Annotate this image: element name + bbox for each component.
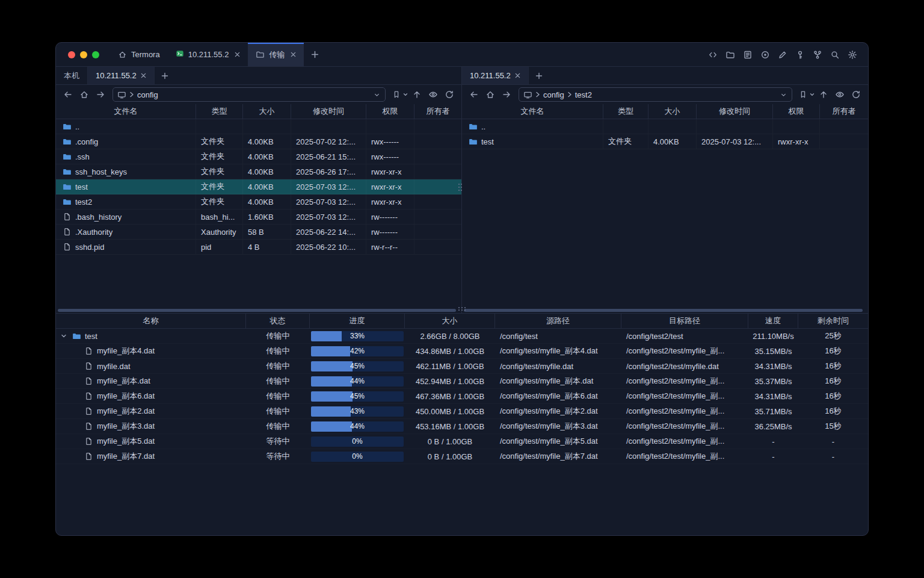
horizontal-scrollbar[interactable] [464,309,863,312]
transfer-row[interactable]: myfile_副本6.dat 传输中 45% 467.36MB / 1.00GB… [56,389,868,404]
chevron-down-icon[interactable] [373,91,381,99]
pane-splitter-handle[interactable] [458,182,463,194]
pane-tab-host[interactable]: 10.211.55.2 [88,67,155,84]
log-icon[interactable] [741,48,755,62]
close-icon[interactable] [291,52,296,57]
file-row[interactable]: .. [462,119,868,134]
transfer-row[interactable]: myfile.dat 传输中 45% 462.11MB / 1.00GB /co… [56,359,868,374]
breadcrumb-item[interactable]: config [137,90,158,99]
pane-tab-local[interactable]: 本机 [56,67,88,84]
back-icon[interactable] [467,87,481,102]
file-modified-time: 2025-06-26 17:... [291,164,366,179]
settings-icon[interactable] [845,48,860,62]
code-icon[interactable] [706,48,720,62]
tab-transfer[interactable]: 传输 [248,43,304,66]
bookmark-dropdown-icon[interactable] [810,92,815,97]
show-hidden-eye-icon[interactable] [833,87,847,102]
up-directory-icon[interactable] [410,87,424,102]
column-header[interactable]: 进度 [310,314,405,328]
transfer-row[interactable]: myfile_副本7.dat 等待中 0% 0 B / 1.00GB /conf… [56,449,868,464]
file-permissions: rwxr-xr-x [366,164,414,179]
bookmark-icon[interactable] [390,87,402,102]
file-row[interactable]: test 文件夹 4.00KB 2025-07-03 12:... rwxr-x… [462,134,868,149]
column-header[interactable]: 大小 [243,104,291,119]
horizontal-scrollbar[interactable] [58,309,456,312]
left-breadcrumb[interactable]: config [112,87,386,102]
new-pane-tab-button[interactable] [529,67,549,84]
file-type-icon [62,167,72,176]
home-icon[interactable] [77,87,91,102]
column-header[interactable]: 修改时间 [697,104,773,119]
forward-icon[interactable] [499,87,514,102]
breadcrumb-item[interactable]: test2 [575,90,592,99]
file-size: 4.00KB [648,134,697,149]
transfer-row[interactable]: test 传输中 33% 2.66GB / 8.00GB /config/tes… [56,329,868,344]
forward-icon[interactable] [93,87,108,102]
transfer-splitter-handle[interactable] [457,304,467,313]
close-window-button[interactable] [68,51,75,58]
transfer-row[interactable]: myfile_副本3.dat 传输中 44% 453.16MB / 1.00GB… [56,419,868,434]
expand-chevron-icon[interactable] [60,333,68,339]
up-directory-icon[interactable] [816,87,831,102]
file-row[interactable]: .bash_history bash_hi... 1.60KB 2025-07-… [56,210,461,225]
edit-icon[interactable] [775,48,790,62]
transfer-row[interactable]: myfile_副本5.dat 等待中 0% 0 B / 1.00GB /conf… [56,434,868,449]
refresh-icon[interactable] [849,87,863,102]
column-header[interactable]: 文件名 [462,104,603,119]
column-header[interactable]: 文件名 [56,104,196,119]
column-header[interactable]: 速度 [748,314,798,328]
left-pane-tabs: 本机 10.211.55.2 [56,67,461,85]
column-header[interactable]: 类型 [603,104,648,119]
column-header[interactable]: 目标路径 [621,314,748,328]
transfer-row[interactable]: myfile_副本.dat 传输中 44% 452.94MB / 1.00GB … [56,374,868,389]
show-hidden-eye-icon[interactable] [426,87,440,102]
transfer-eta: 16秒 [798,374,868,388]
file-row[interactable]: sshd.pid pid 4 B 2025-06-22 10:... rw-r-… [56,240,461,255]
folder-icon[interactable] [723,48,738,62]
minimize-window-button[interactable] [80,51,87,58]
pane-tab-host[interactable]: 10.211.55.2 [462,67,529,84]
back-icon[interactable] [61,87,75,102]
file-row[interactable]: .config 文件夹 4.00KB 2025-07-02 12:... rwx… [56,134,461,149]
close-icon[interactable] [515,73,520,78]
record-icon[interactable] [758,48,772,62]
bookmark-dropdown-icon[interactable] [403,92,408,97]
new-tab-button[interactable] [304,43,326,66]
transfer-row[interactable]: myfile_副本4.dat 传输中 42% 434.86MB / 1.00GB… [56,344,868,359]
column-header[interactable]: 状态 [246,314,310,328]
column-header[interactable]: 名称 [56,314,246,328]
right-breadcrumb[interactable]: configtest2 [519,87,792,102]
new-pane-tab-button[interactable] [155,67,175,84]
column-header[interactable]: 大小 [648,104,697,119]
breadcrumb-separator-icon [567,92,572,98]
breadcrumb-item[interactable]: config [543,90,564,99]
column-header[interactable]: 大小 [405,314,495,328]
file-row[interactable]: ssh_host_keys 文件夹 4.00KB 2025-06-26 17:.… [56,164,461,179]
column-header[interactable]: 剩余时间 [798,314,868,328]
search-icon[interactable] [828,48,842,62]
home-icon[interactable] [483,87,497,102]
file-row[interactable]: test 文件夹 4.00KB 2025-07-03 12:... rwxr-x… [56,179,461,194]
file-row[interactable]: test2 文件夹 4.00KB 2025-07-03 12:... rwxr-… [56,194,461,210]
transfer-row[interactable]: myfile_副本2.dat 传输中 43% 450.00MB / 1.00GB… [56,404,868,419]
bookmark-icon[interactable] [797,87,809,102]
column-header[interactable]: 源路径 [495,314,621,328]
file-row[interactable]: .ssh 文件夹 4.00KB 2025-06-21 15:... rwx---… [56,149,461,164]
column-header[interactable]: 权限 [773,104,820,119]
close-icon[interactable] [235,52,240,57]
close-icon[interactable] [141,73,146,78]
file-row[interactable]: .. [56,119,461,134]
column-header[interactable]: 所有者 [820,104,868,119]
branch-icon[interactable] [810,48,825,62]
file-row[interactable]: .Xauthority Xauthority 58 B 2025-06-22 1… [56,225,461,240]
maximize-window-button[interactable] [92,51,99,58]
column-header[interactable]: 所有者 [414,104,461,119]
tab-termora[interactable]: Termora [110,43,168,66]
chevron-down-icon[interactable] [780,91,787,99]
tab-host-10-211-55-2[interactable]: 10.211.55.2 [168,43,248,66]
column-header[interactable]: 权限 [366,104,414,119]
column-header[interactable]: 修改时间 [291,104,366,119]
key-icon[interactable] [793,48,807,62]
column-header[interactable]: 类型 [196,104,243,119]
refresh-icon[interactable] [442,87,457,102]
